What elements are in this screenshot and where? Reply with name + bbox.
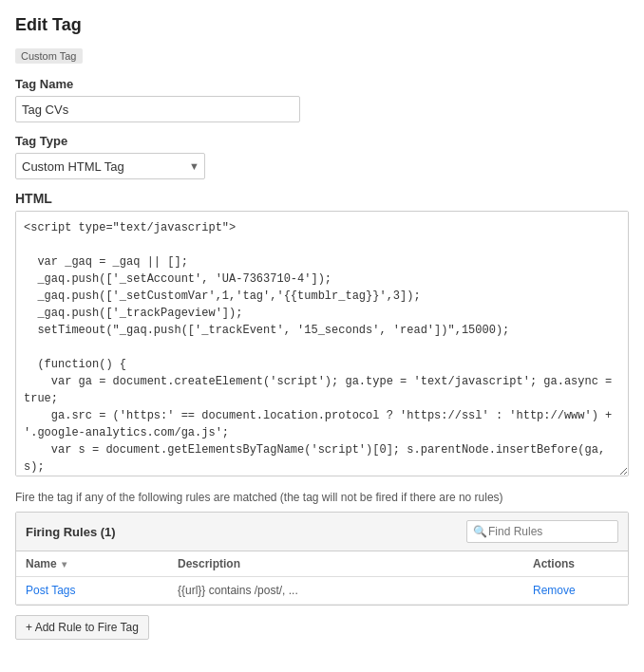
column-name-header: Name ▾ bbox=[26, 557, 178, 570]
firing-rules-title: Firing Rules (1) bbox=[26, 525, 116, 539]
column-description-header: Description bbox=[178, 557, 533, 570]
search-icon: 🔍 bbox=[473, 525, 487, 538]
custom-tag-badge: Custom Tag bbox=[15, 48, 83, 64]
table-row: Post Tags {{url}} contains /post/, ... R… bbox=[16, 577, 628, 605]
row-description-cell: {{url}} contains /post/, ... bbox=[178, 584, 533, 597]
tag-type-select[interactable]: Custom HTML Tag Google Analytics AdWords… bbox=[15, 153, 205, 179]
firing-rules-header: Firing Rules (1) 🔍 bbox=[16, 513, 628, 551]
find-rules-input[interactable] bbox=[466, 520, 618, 543]
firing-rules-count: (1) bbox=[101, 525, 116, 539]
firing-rules-title-text: Firing Rules bbox=[26, 525, 97, 539]
firing-rules-container: Firing Rules (1) 🔍 Name ▾ Description Ac… bbox=[15, 512, 629, 606]
add-rule-button[interactable]: + Add Rule to Fire Tag bbox=[15, 615, 149, 640]
row-name-cell: Post Tags bbox=[26, 584, 178, 597]
search-rules-wrapper: 🔍 bbox=[466, 520, 618, 543]
tag-name-input[interactable] bbox=[15, 96, 300, 122]
table-header-row: Name ▾ Description Actions bbox=[16, 551, 628, 577]
tag-name-label: Tag Name bbox=[15, 77, 629, 91]
post-tags-link[interactable]: Post Tags bbox=[26, 584, 75, 597]
sort-icon: ▾ bbox=[62, 559, 66, 569]
tag-name-section: Tag Name bbox=[15, 77, 629, 122]
html-section: HTML bbox=[15, 191, 629, 479]
html-code-textarea[interactable] bbox=[15, 211, 629, 476]
row-actions-cell: Remove bbox=[533, 584, 618, 597]
remove-rule-link[interactable]: Remove bbox=[533, 584, 576, 597]
page-title: Edit Tag bbox=[15, 15, 629, 35]
tag-type-section: Tag Type Custom HTML Tag Google Analytic… bbox=[15, 134, 629, 179]
tag-type-label: Tag Type bbox=[15, 134, 629, 148]
column-actions-header: Actions bbox=[533, 557, 618, 570]
tag-type-select-wrapper: Custom HTML Tag Google Analytics AdWords… bbox=[15, 153, 205, 179]
html-label: HTML bbox=[15, 191, 629, 206]
fire-description: Fire the tag if any of the following rul… bbox=[15, 491, 629, 504]
